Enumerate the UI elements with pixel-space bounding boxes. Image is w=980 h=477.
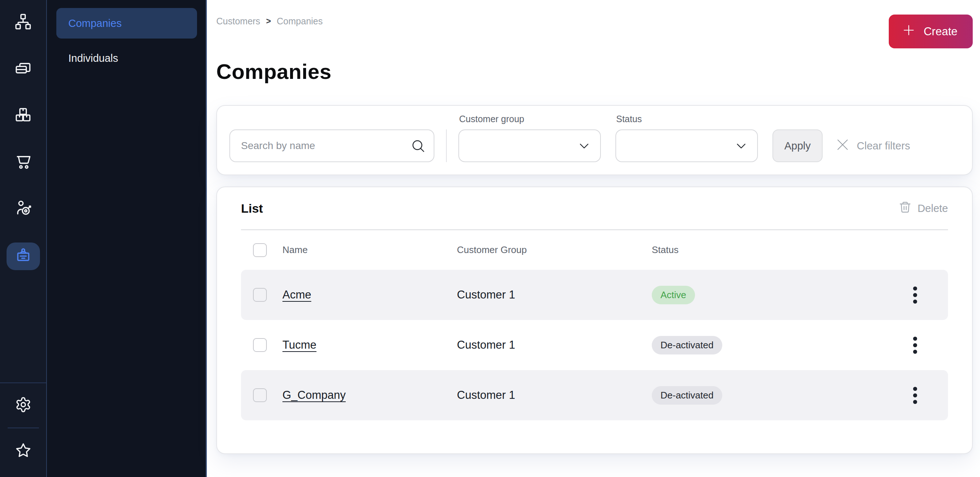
customer-group-field: Customer group [458, 114, 601, 162]
topbar: Customers > Companies Create [216, 0, 973, 48]
status-badge: De-activated [652, 386, 722, 405]
search-field [229, 129, 434, 162]
breadcrumb: Customers > Companies [216, 16, 323, 27]
sidebar-item-structure[interactable] [14, 13, 32, 31]
app-root: Companies Individuals Customers > Compan… [0, 0, 980, 477]
search-input[interactable] [229, 129, 434, 162]
sitemap-icon [14, 13, 32, 31]
row-checkbox[interactable] [253, 288, 267, 302]
column-header-name: Name [282, 244, 457, 256]
settings-button[interactable] [14, 396, 32, 414]
table-row: G_Company Customer 1 De-activated [241, 370, 948, 420]
create-button-label: Create [924, 25, 958, 38]
company-name-link[interactable]: Tucme [282, 339, 317, 351]
company-name-link[interactable]: Acme [282, 288, 311, 301]
list-header: List Delete [241, 187, 948, 229]
cart-icon [14, 153, 32, 171]
column-header-customer-group: Customer Group [457, 244, 652, 256]
sidebar-item-customers[interactable] [6, 243, 40, 270]
trash-icon [899, 201, 912, 216]
customer-group-cell: Customer 1 [457, 339, 652, 351]
page-title: Companies [216, 59, 973, 84]
column-header-status: Status [652, 244, 936, 256]
kebab-menu-button[interactable] [911, 284, 919, 306]
star-icon [15, 442, 32, 460]
list-panel: List Delete Name Customer Group Status [216, 186, 973, 454]
icon-rail [0, 0, 47, 477]
status-badge: Active [652, 286, 695, 304]
sidebar-item-label: Individuals [68, 52, 118, 64]
table-header: Name Customer Group Status [241, 230, 948, 270]
customer-group-cell: Customer 1 [457, 389, 652, 402]
secondary-sidebar: Companies Individuals [47, 0, 207, 477]
sidebar-item-marketing[interactable] [14, 199, 32, 218]
chevron-down-icon [735, 139, 748, 152]
boxes-icon [14, 106, 32, 124]
target-user-icon [14, 199, 32, 218]
sidebar-item-label: Companies [68, 17, 122, 29]
breadcrumb-item-companies[interactable]: Companies [277, 16, 323, 27]
apply-button[interactable]: Apply [772, 129, 822, 162]
delete-button-label: Delete [918, 202, 948, 215]
gear-icon [15, 396, 32, 414]
chevron-down-icon [578, 139, 591, 152]
breadcrumb-item-customers[interactable]: Customers [216, 16, 260, 27]
kebab-menu-button[interactable] [911, 385, 919, 406]
favorites-button[interactable] [14, 442, 32, 460]
customer-group-select[interactable] [458, 129, 601, 162]
create-button[interactable]: Create [889, 14, 973, 48]
table-row: Tucme Customer 1 De-activated [241, 320, 948, 370]
clear-filters-label: Clear filters [857, 140, 910, 152]
kebab-menu-button[interactable] [911, 334, 919, 356]
clear-filters-button[interactable]: Clear filters [835, 129, 910, 162]
rail-divider [8, 428, 39, 428]
customer-group-label: Customer group [458, 114, 601, 124]
sidebar-item-products[interactable] [14, 106, 32, 124]
company-name-link[interactable]: G_Company [282, 389, 346, 401]
payment-cards-icon [14, 60, 32, 78]
delete-button[interactable]: Delete [899, 201, 948, 216]
close-icon [835, 137, 850, 155]
status-select[interactable] [616, 129, 758, 162]
status-field: Status [616, 114, 758, 162]
table-row: Acme Customer 1 Active [241, 270, 948, 320]
customer-badge-icon [14, 247, 32, 266]
breadcrumb-separator: > [266, 16, 271, 26]
main-content: Customers > Companies Create Companies [207, 0, 980, 477]
row-checkbox[interactable] [253, 388, 267, 402]
select-all-checkbox[interactable] [253, 243, 267, 257]
status-badge: De-activated [652, 336, 722, 355]
list-heading: List [241, 202, 263, 216]
row-checkbox[interactable] [253, 338, 267, 352]
sidebar-item-orders[interactable] [14, 153, 32, 171]
filter-divider [446, 129, 447, 162]
rail-divider [0, 382, 46, 383]
sidebar-item-companies[interactable]: Companies [56, 8, 197, 38]
status-label: Status [616, 114, 758, 124]
customer-group-cell: Customer 1 [457, 288, 652, 301]
sidebar-item-payments[interactable] [14, 60, 32, 78]
plus-icon [902, 23, 916, 40]
sidebar-item-individuals[interactable]: Individuals [56, 43, 197, 73]
filters-panel: Customer group Status [216, 105, 973, 175]
